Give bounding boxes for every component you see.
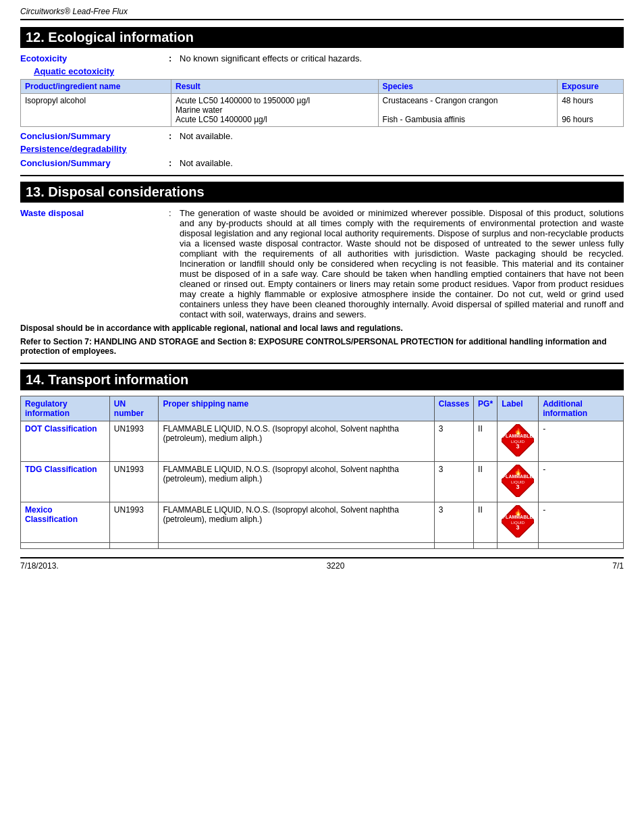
svg-text:3: 3 bbox=[516, 524, 520, 531]
svg-text:3: 3 bbox=[516, 484, 520, 490]
divider13 bbox=[20, 175, 624, 176]
label-icon-cell: FLAMMABLE LIQUID 3 🔥 bbox=[498, 421, 539, 462]
ecotoxicity-row: Ecotoxicity : No known significant effec… bbox=[20, 53, 624, 63]
footer-center: 3220 bbox=[327, 561, 345, 571]
shipping-cell: FLAMMABLE LIQUID, N.O.S. (Isopropyl alco… bbox=[159, 462, 434, 502]
ecotoxicity-value: No known significant effects or critical… bbox=[180, 53, 624, 63]
col-exposure: Exposure bbox=[558, 80, 624, 94]
shipping-cell bbox=[159, 543, 434, 549]
label-cell: Mexico Classification bbox=[21, 502, 110, 543]
result-value: Acute LC50 1400000 to 1950000 µg/lMarine… bbox=[171, 94, 379, 127]
waste-label: Waste disposal bbox=[20, 208, 169, 218]
label-cell: TDG Classification bbox=[21, 462, 110, 502]
label-cell bbox=[21, 543, 110, 549]
svg-text:🔥: 🔥 bbox=[514, 468, 522, 476]
ingredient-name: Isopropyl alcohol bbox=[21, 94, 171, 127]
un-cell: UN1993 bbox=[109, 462, 159, 502]
col-result: Result bbox=[171, 80, 379, 94]
additional-cell: - bbox=[539, 502, 624, 543]
th-shipping: Proper shipping name bbox=[159, 396, 434, 421]
classes-cell: 3 bbox=[434, 462, 473, 502]
doc-header: Circuitworks® Lead-Free Flux bbox=[20, 7, 624, 20]
pg-cell bbox=[474, 543, 498, 549]
transport-row: TDG Classification UN1993 FLAMMABLE LIQU… bbox=[21, 462, 624, 502]
classes-cell: 3 bbox=[434, 421, 473, 462]
pg-cell: II bbox=[474, 421, 498, 462]
svg-text:🔥: 🔥 bbox=[514, 509, 522, 517]
svg-text:🔥: 🔥 bbox=[514, 427, 522, 436]
un-cell: UN1993 bbox=[109, 502, 159, 543]
ecotoxicity-label: Ecotoxicity bbox=[20, 53, 169, 63]
classes-cell: 3 bbox=[434, 502, 473, 543]
conclusion1-row: Conclusion/Summary : Not available. bbox=[20, 131, 624, 141]
section12-title: 12. Ecological information bbox=[20, 27, 624, 48]
ecotoxicity-table: Product/ingredient name Result Species E… bbox=[20, 79, 624, 127]
doc-title: Circuitworks® Lead-Free Flux bbox=[20, 7, 128, 16]
label-icon-cell: FLAMMABLE LIQUID 3 🔥 bbox=[498, 462, 539, 502]
additional-cell: - bbox=[539, 421, 624, 462]
col-species: Species bbox=[378, 80, 558, 94]
footer-right: 7/1 bbox=[612, 561, 624, 571]
waste-row: Waste disposal : The generation of waste… bbox=[20, 208, 624, 319]
shipping-cell: FLAMMABLE LIQUID, N.O.S. (Isopropyl alco… bbox=[159, 502, 434, 543]
species-value: Crustaceans - Crangon crangonFish - Gamb… bbox=[378, 94, 558, 127]
classes-cell bbox=[434, 543, 473, 549]
section13-title: 13. Disposal considerations bbox=[20, 182, 624, 203]
exposure-value: 48 hours96 hours bbox=[558, 94, 624, 127]
footer-left: 7/18/2013. bbox=[20, 561, 59, 571]
waste-text: The generation of waste should be avoide… bbox=[180, 208, 624, 319]
pg-cell: II bbox=[474, 462, 498, 502]
label-icon-cell bbox=[498, 543, 539, 549]
footer: 7/18/2013. 3220 7/1 bbox=[20, 557, 624, 571]
additional-cell bbox=[539, 543, 624, 549]
persistence-row: Persistence/degradability bbox=[20, 144, 624, 157]
additional-cell: - bbox=[539, 462, 624, 502]
divider14 bbox=[20, 363, 624, 364]
th-additional: Additional information bbox=[539, 396, 624, 421]
disposal-note1: Disposal should be in accordance with ap… bbox=[20, 323, 624, 333]
shipping-cell: FLAMMABLE LIQUID, N.O.S. (Isopropyl alco… bbox=[159, 421, 434, 462]
un-cell bbox=[109, 543, 159, 549]
conclusion2-row: Conclusion/Summary : Not available. bbox=[20, 158, 624, 168]
col-ingredient: Product/ingredient name bbox=[21, 80, 171, 94]
section14-title: 14. Transport information bbox=[20, 369, 624, 390]
label-icon-cell: FLAMMABLE LIQUID 3 🔥 bbox=[498, 502, 539, 543]
pg-cell: II bbox=[474, 502, 498, 543]
svg-text:3: 3 bbox=[516, 443, 520, 450]
aquatic-ecotoxicity-label: Aquatic ecotoxicity bbox=[34, 66, 624, 76]
un-cell: UN1993 bbox=[109, 421, 159, 462]
transport-row: DOT Classification UN1993 FLAMMABLE LIQU… bbox=[21, 421, 624, 462]
th-un: UN number bbox=[109, 396, 159, 421]
table-row: Isopropyl alcohol Acute LC50 1400000 to … bbox=[21, 94, 624, 127]
th-classes: Classes bbox=[434, 396, 473, 421]
conclusion2-label: Conclusion/Summary bbox=[20, 158, 169, 168]
transport-table: Regulatory information UN number Proper … bbox=[20, 396, 624, 549]
th-regulatory: Regulatory information bbox=[21, 396, 110, 421]
th-label: Label bbox=[498, 396, 539, 421]
conclusion1-value: Not available. bbox=[180, 131, 624, 141]
conclusion2-value: Not available. bbox=[180, 158, 624, 168]
transport-row bbox=[21, 543, 624, 549]
conclusion1-label: Conclusion/Summary bbox=[20, 131, 169, 141]
persistence-label: Persistence/degradability bbox=[20, 144, 169, 154]
disposal-note2: Refer to Section 7: HANDLING AND STORAGE… bbox=[20, 337, 624, 356]
label-cell: DOT Classification bbox=[21, 421, 110, 462]
th-pg: PG* bbox=[474, 396, 498, 421]
transport-row: Mexico Classification UN1993 FLAMMABLE L… bbox=[21, 502, 624, 543]
